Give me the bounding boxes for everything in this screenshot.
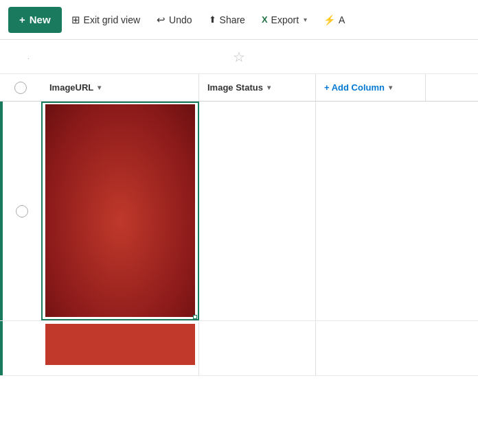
image-thumbnail xyxy=(45,104,195,317)
row-extra-cell xyxy=(316,102,478,320)
undo-button[interactable]: ↩ Undo xyxy=(150,7,198,33)
subbar: . ☆ xyxy=(0,40,478,74)
share-label: Share xyxy=(220,14,245,25)
row-check-cell[interactable] xyxy=(3,321,41,375)
row-extra-cell xyxy=(316,321,478,375)
row-image-cell[interactable] xyxy=(41,102,199,320)
col-imageurl-label: ImageURL xyxy=(49,82,93,93)
share-icon: ⬆ xyxy=(209,14,216,25)
grid-container: ImageURL ▾ Image Status ▾ + Add Column ▾ xyxy=(0,74,478,448)
export-chevron-icon: ▾ xyxy=(304,16,307,23)
col-imageurl-chevron-icon: ▾ xyxy=(98,84,101,91)
image-thumbnail xyxy=(45,324,195,365)
new-button[interactable]: + New xyxy=(8,7,62,33)
table-row xyxy=(0,321,478,376)
select-all-header[interactable] xyxy=(0,82,41,94)
export-button[interactable]: X Export ▾ xyxy=(255,7,314,33)
export-label: Export xyxy=(271,14,299,25)
select-all-checkbox[interactable] xyxy=(14,82,27,94)
row-status-cell xyxy=(199,102,316,320)
new-label: New xyxy=(30,14,51,25)
automate-button[interactable]: ⚡ A xyxy=(317,7,352,33)
col-header-add[interactable]: + Add Column ▾ xyxy=(316,74,426,101)
exit-grid-view-button[interactable]: ⊞ Exit grid view xyxy=(65,7,147,33)
row-check-cell[interactable] xyxy=(3,102,41,320)
grid-header: ImageURL ▾ Image Status ▾ + Add Column ▾ xyxy=(0,74,478,102)
col-header-imagestatus[interactable]: Image Status ▾ xyxy=(199,74,316,101)
grid-body xyxy=(0,102,478,448)
undo-icon: ↩ xyxy=(157,14,166,26)
col-imagestatus-chevron-icon: ▾ xyxy=(267,84,271,91)
favorite-star-icon[interactable]: ☆ xyxy=(233,49,245,65)
row-status-cell xyxy=(199,321,316,375)
row-image-cell[interactable] xyxy=(41,321,199,375)
excel-icon: X xyxy=(262,14,268,25)
col-imagestatus-label: Image Status xyxy=(207,82,263,93)
resize-handle[interactable] xyxy=(193,315,197,319)
row-checkbox[interactable] xyxy=(16,205,28,217)
exit-grid-label: Exit grid view xyxy=(84,14,140,25)
share-button[interactable]: ⬆ Share xyxy=(202,7,252,33)
col-add-chevron-icon: ▾ xyxy=(389,84,392,91)
col-header-imageurl[interactable]: ImageURL ▾ xyxy=(41,74,199,101)
subbar-dot: . xyxy=(27,53,30,60)
undo-label: Undo xyxy=(169,14,192,25)
toolbar: + New ⊞ Exit grid view ↩ Undo ⬆ Share X … xyxy=(0,0,478,40)
table-row xyxy=(0,102,478,321)
plus-icon: + xyxy=(19,14,25,25)
grid-icon: ⊞ xyxy=(71,14,80,26)
automate-label: A xyxy=(339,14,345,25)
lightning-icon: ⚡ xyxy=(323,14,335,25)
col-add-label: + Add Column xyxy=(324,82,385,93)
